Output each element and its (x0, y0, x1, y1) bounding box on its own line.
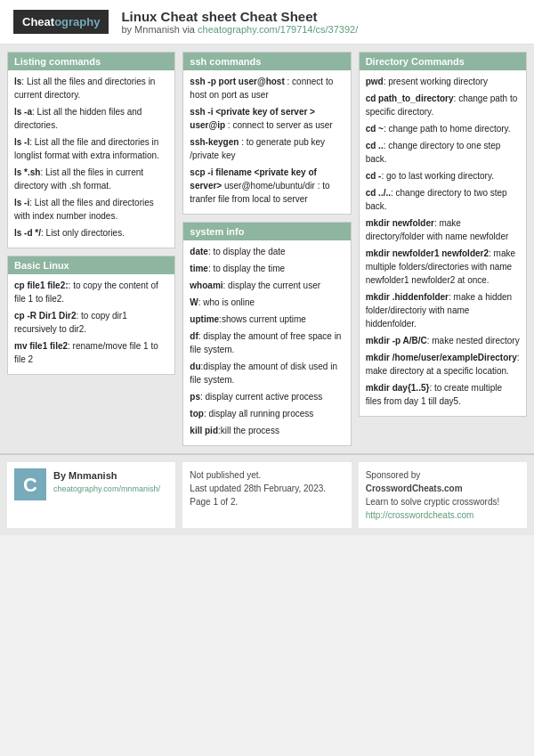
author-name: Mnmanish (134, 24, 180, 35)
list-item: cd ../..: change directory to two step b… (366, 186, 520, 213)
list-item: scp -i filename <private key of server> … (190, 166, 344, 206)
section-ssh-header: ssh commands (183, 53, 350, 70)
logo: Cheatography (13, 10, 109, 34)
header: Cheatography Linux Cheat sheet Cheat She… (0, 0, 534, 45)
list-item: mkdir newfolder1 newfolder2: make multip… (366, 247, 520, 287)
list-item: mkdir /home/user/exampleDirectory: make … (366, 351, 520, 378)
list-item: ls -l: List all the file and directories… (14, 135, 168, 162)
list-item: ls -a: List all the hidden files and dir… (14, 105, 168, 132)
list-item: cd ~: change path to home directory. (366, 122, 520, 135)
footer-sponsor-col: Sponsored by CrosswordCheats.com Learn t… (359, 462, 527, 528)
section-basic: Basic Linux cp file1 file2:: to copy the… (7, 256, 175, 375)
page-subtitle: by Mnmanish via cheatography.com/179714/… (121, 24, 358, 35)
footer-author-col: C By Mnmanish cheatography.com/mnmanish/ (7, 462, 175, 528)
footer-sponsor-url: http://crosswordcheats.com (366, 508, 520, 522)
section-basic-header: Basic Linux (8, 256, 174, 274)
list-item: ssh -i <private key of server > user@ip … (190, 105, 344, 132)
list-item: df: display the amount of free space in … (190, 329, 344, 356)
list-item: uptime:shows current uptime (190, 313, 344, 326)
footer-sponsor-link[interactable]: http://crosswordcheats.com (366, 510, 474, 520)
list-item: du:display the amount of disk used in fi… (190, 360, 344, 386)
list-item: whoami: display the current user (190, 279, 344, 292)
section-listing-body: ls: List all the files and directories i… (8, 70, 174, 248)
section-ssh: ssh commands ssh -p port user@host : con… (182, 52, 351, 215)
page: Cheatography Linux Cheat sheet Cheat She… (0, 0, 534, 535)
list-item: pwd: present working directory (366, 75, 520, 88)
list-item: ssh-keygen : to generate pub key /privat… (190, 135, 344, 162)
list-item: ps: display current active process (190, 390, 344, 403)
list-item: cd ..: change directory to one step back… (366, 139, 520, 166)
list-item: ls -i: List all the files and directorie… (14, 196, 168, 223)
footer-c-logo: C (14, 468, 46, 500)
section-listing: Listing commands ls: List all the files … (7, 52, 175, 248)
page-title: Linux Cheat sheet Cheat Sheet (121, 9, 358, 24)
list-item: cd path_to_directory: change path to spe… (366, 92, 520, 118)
section-sysinfo-header: system info (183, 223, 350, 240)
footer-last-updated: Last updated 28th February, 2023. (190, 482, 344, 495)
list-item: date: to display the date (190, 245, 344, 258)
section-directory-body: pwd: present working directory cd path_t… (360, 70, 526, 416)
via-label: via (182, 24, 195, 35)
list-item: W: who is online (190, 296, 344, 309)
section-listing-header: Listing commands (8, 53, 174, 70)
list-item: cp file1 file2:: to copy the content of … (14, 279, 168, 305)
section-directory: Directory Commands pwd: present working … (359, 52, 527, 417)
list-item: time: to display the time (190, 262, 344, 275)
list-item: kill pid:kill the process (190, 424, 344, 437)
list-item: ls: List all the files and directories i… (14, 75, 168, 102)
cheatography-link[interactable]: cheatography.com/179714/cs/37392/ (198, 24, 358, 35)
footer: C By Mnmanish cheatography.com/mnmanish/… (0, 453, 534, 535)
footer-publish-col: Not published yet. Last updated 28th Feb… (182, 462, 351, 528)
list-item: cp -R Dir1 Dir2: to copy dir1 recursivel… (14, 309, 168, 336)
main-content: Listing commands ls: List all the files … (0, 45, 534, 453)
footer-sponsor-desc: Learn to solve cryptic crosswords! (366, 495, 520, 508)
footer-author-name: By Mnmanish (53, 468, 160, 484)
footer-publish-status: Not published yet. (190, 468, 344, 482)
section-ssh-body: ssh -p port user@host : connect to host … (183, 70, 350, 214)
list-item: mkdir .hiddenfolder: make a hidden folde… (366, 290, 520, 330)
list-item: top: display all running process (190, 407, 344, 420)
list-item: ssh -p port user@host : connect to host … (190, 75, 344, 102)
header-title: Linux Cheat sheet Cheat Sheet by Mnmanis… (121, 9, 358, 35)
section-sysinfo-body: date: to display the date time: to displ… (183, 240, 350, 445)
section-basic-body: cp file1 file2:: to copy the content of … (8, 274, 174, 374)
footer-sponsor-name: CrosswordCheats.com (366, 484, 463, 493)
list-item: ls *.sh: List all the files in current d… (14, 166, 168, 192)
footer-page: Page 1 of 2. (190, 495, 344, 508)
list-item: mkdir newfolder: make directory/folder w… (366, 216, 520, 243)
by-label: by (121, 24, 132, 35)
footer-author-info: By Mnmanish cheatography.com/mnmanish/ (53, 468, 160, 495)
footer-author-url: cheatography.com/mnmanish/ (53, 484, 160, 496)
section-directory-header: Directory Commands (360, 53, 526, 70)
list-item: cd -: go to last working directory. (366, 169, 520, 183)
list-item: mkdir -p A/B/C: make nested directory (366, 334, 520, 347)
section-sysinfo: system info date: to display the date ti… (182, 222, 351, 446)
list-item: mv file1 file2: rename/move file 1 to fi… (14, 339, 168, 366)
footer-sponsor-label: Sponsored by CrosswordCheats.com (366, 468, 520, 495)
list-item: mkdir day{1..5}: to create multiple file… (366, 381, 520, 408)
list-item: ls -d */: List only directories. (14, 226, 168, 240)
